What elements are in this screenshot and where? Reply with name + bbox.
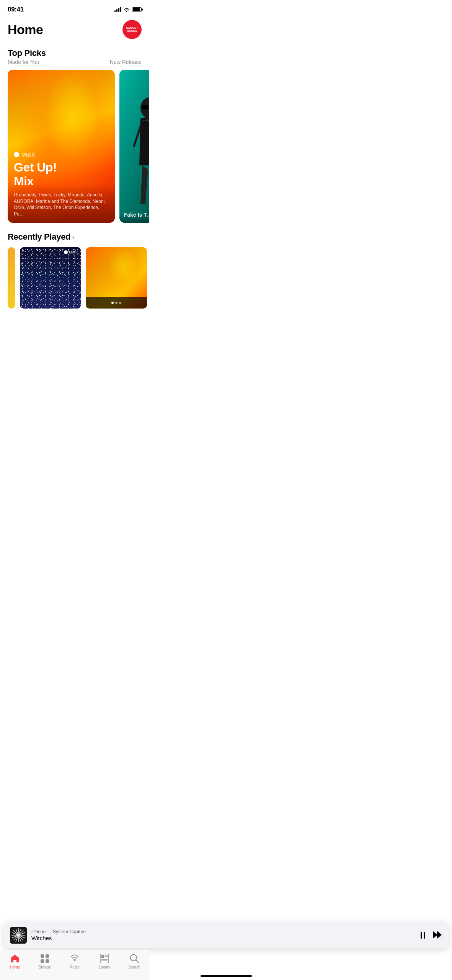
status-bar: 09:41 (0, 0, 149, 17)
apple-music-logo: Music (14, 152, 109, 158)
get-up-mix-card[interactable]: Music Get Up! Mix Grandaddy, Pixies, Tri… (8, 70, 115, 223)
recently-played-cards: Music (0, 243, 149, 313)
wifi-icon (124, 7, 130, 12)
status-time: 09:41 (8, 6, 24, 13)
new-release-card[interactable]: Fake Is T… H… (119, 70, 149, 223)
second-card-title: Fake Is T… H… (124, 211, 149, 218)
apple-music-badge: Music (64, 250, 78, 254)
card-main-title: Get Up! Mix (14, 161, 109, 188)
recent-card-fire[interactable] (86, 247, 147, 309)
top-picks-title: Top Picks (8, 48, 142, 58)
recently-played-header: Recently Played › (0, 227, 149, 243)
battery-icon (132, 7, 142, 12)
chevron-right-icon[interactable]: › (72, 234, 74, 242)
recent-card-yellow[interactable] (8, 247, 15, 309)
recent-card-stars[interactable]: Music (20, 247, 81, 309)
new-release-link[interactable]: New Release (110, 59, 142, 65)
signal-icon (114, 7, 121, 12)
apple-music-label: Music (21, 152, 36, 158)
page-header: Home GADGET HACKS (0, 17, 149, 45)
top-picks-cards: Music Get Up! Mix Grandaddy, Pixies, Tri… (0, 67, 149, 227)
top-picks-header: Top Picks Made for You New Release (0, 45, 149, 67)
status-icons (114, 7, 142, 12)
top-picks-subtitle: Made for You (8, 59, 39, 65)
card-description: Grandaddy, Pixies, Tricky, Mïrändä, Anne… (14, 192, 109, 217)
gadget-hacks-badge[interactable]: GADGET HACKS (122, 20, 142, 39)
recently-played-title: Recently Played (8, 232, 70, 242)
svg-rect-2 (142, 105, 148, 109)
page-title: Home (8, 22, 43, 37)
